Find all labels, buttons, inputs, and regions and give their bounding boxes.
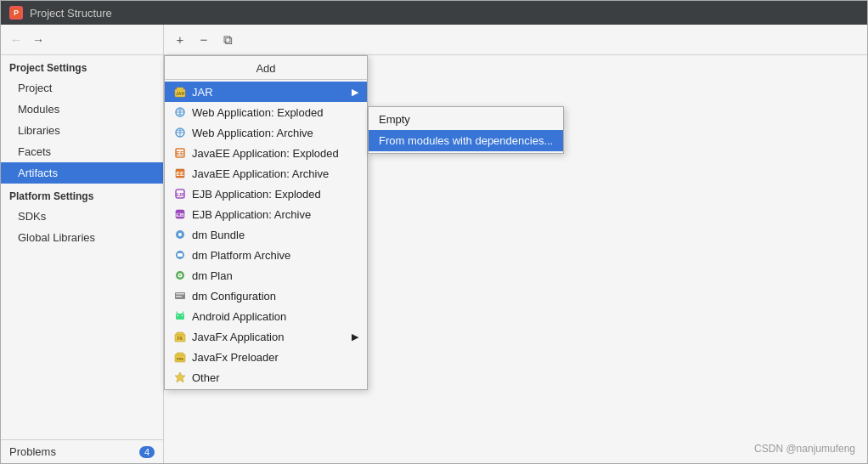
project-settings-header: Project Settings	[1, 55, 163, 77]
sidebar-item-artifacts[interactable]: Artifacts	[1, 162, 163, 184]
menu-item-web-exploded-label: Web Application: Exploded	[192, 106, 323, 119]
content-toolbar: + − ⧉	[164, 25, 867, 55]
javaee-archive-icon: EE	[173, 167, 187, 180]
svg-text:JAR: JAR	[176, 91, 184, 96]
dm-plan-icon	[173, 269, 187, 282]
menu-item-dm-config[interactable]: dm Configuration	[165, 286, 367, 306]
menu-item-javaee-exploded-label: JavaEE Application: Exploded	[192, 147, 339, 160]
remove-button[interactable]: −	[194, 31, 213, 49]
watermark: CSDN @nanjumufeng	[754, 443, 855, 455]
svg-point-31	[182, 315, 183, 317]
menu-item-ejb-exploded[interactable]: EJB EJB Application: Exploded	[165, 184, 367, 204]
nav-toolbar: ← →	[1, 25, 163, 55]
svg-rect-38	[177, 353, 183, 355]
add-dropdown-menu: Add JAR JAR ▶ Web Application: Exploded	[164, 55, 368, 390]
svg-text:EJB: EJB	[176, 212, 184, 218]
other-icon	[173, 371, 187, 384]
ejb-exploded-icon: EJB	[173, 187, 187, 201]
svg-rect-3	[177, 88, 183, 90]
svg-rect-28	[176, 296, 182, 297]
menu-item-android[interactable]: Android Application	[165, 306, 367, 326]
title-bar: P Project Structure	[1, 1, 867, 25]
svg-point-30	[178, 315, 179, 317]
menu-item-jar[interactable]: JAR JAR ▶	[165, 82, 367, 102]
menu-item-dm-bundle-label: dm Bundle	[192, 229, 245, 241]
problems-panel[interactable]: Problems 4	[1, 439, 163, 463]
javaee-exploded-icon: EE	[173, 146, 187, 160]
menu-item-dm-platform[interactable]: dm Platform Archive	[165, 245, 367, 265]
submenu-item-empty[interactable]: Empty	[369, 109, 563, 130]
project-structure-window: P Project Structure ← → Project Settings…	[0, 0, 868, 464]
submenu-item-from-modules[interactable]: From modules with dependencies...	[369, 130, 563, 151]
svg-rect-35	[177, 332, 183, 335]
menu-item-dm-platform-label: dm Platform Archive	[192, 249, 290, 262]
svg-text:EE: EE	[176, 171, 184, 177]
svg-text:PRE: PRE	[177, 357, 184, 361]
sidebar-item-project[interactable]: Project	[1, 77, 163, 99]
add-menu-header: Add	[165, 58, 367, 80]
svg-marker-40	[175, 372, 185, 382]
menu-item-jar-label: JAR	[192, 86, 213, 99]
problems-badge: 4	[139, 446, 155, 458]
jar-icon: JAR	[173, 85, 187, 99]
svg-rect-29	[176, 314, 184, 320]
dm-config-icon	[173, 289, 187, 303]
menu-item-javafx-label: JavaFx Application	[192, 331, 284, 343]
svg-rect-22	[178, 253, 183, 257]
menu-item-other-label: Other	[192, 371, 220, 384]
svg-point-20	[178, 233, 182, 236]
sidebar-item-global-libraries[interactable]: Global Libraries	[1, 227, 163, 248]
svg-text:FX: FX	[178, 337, 183, 341]
javafx-pre-icon: PRE	[173, 350, 187, 364]
menu-item-javafx-pre[interactable]: PRE JavaFx Preloader	[165, 347, 367, 367]
dm-platform-icon	[173, 248, 187, 262]
menu-item-dm-bundle[interactable]: dm Bundle	[165, 224, 367, 245]
platform-settings-header: Platform Settings	[1, 184, 163, 206]
menu-item-javaee-exploded[interactable]: EE JavaEE Application: Exploded	[165, 143, 367, 163]
submenu-from-modules-label: From modules with dependencies...	[379, 134, 553, 147]
back-button[interactable]: ←	[8, 31, 25, 48]
jar-submenu: Empty From modules with dependencies...	[368, 106, 564, 154]
menu-item-web-exploded[interactable]: Web Application: Exploded	[165, 102, 367, 122]
jar-submenu-arrow: ▶	[352, 87, 358, 98]
menu-item-dm-config-label: dm Configuration	[192, 290, 276, 303]
add-button[interactable]: +	[171, 31, 189, 49]
svg-text:P: P	[14, 8, 19, 17]
window-title: Project Structure	[30, 7, 112, 20]
javafx-icon: FX	[173, 330, 187, 343]
problems-label: Problems	[9, 445, 56, 458]
menu-item-ejb-archive-label: EJB Application: Archive	[192, 208, 311, 221]
menu-item-javafx[interactable]: FX JavaFx Application ▶	[165, 326, 367, 347]
content-area: + − ⧉ Add JAR JAR ▶	[164, 25, 867, 463]
svg-rect-27	[176, 293, 184, 295]
sidebar-item-modules[interactable]: Modules	[1, 99, 163, 120]
menu-item-other[interactable]: Other	[165, 367, 367, 388]
android-icon	[173, 309, 187, 323]
svg-text:EJB: EJB	[176, 192, 184, 197]
menu-item-javafx-pre-label: JavaFx Preloader	[192, 351, 279, 364]
menu-item-dm-plan[interactable]: dm Plan	[165, 265, 367, 286]
copy-button[interactable]: ⧉	[218, 31, 237, 49]
svg-point-25	[179, 274, 181, 276]
svg-line-33	[183, 312, 183, 314]
javafx-submenu-arrow: ▶	[352, 331, 358, 342]
menu-item-javaee-archive[interactable]: EE JavaEE Application: Archive	[165, 163, 367, 184]
menu-item-dm-plan-label: dm Plan	[192, 269, 233, 282]
svg-line-32	[177, 312, 178, 314]
web-archive-icon	[173, 126, 187, 139]
menu-item-web-archive-label: Web Application: Archive	[192, 127, 313, 139]
ejb-archive-icon: EJB	[173, 207, 187, 221]
main-content: ← → Project Settings Project Modules Lib…	[1, 25, 867, 463]
app-icon: P	[9, 6, 23, 20]
menu-item-web-archive[interactable]: Web Application: Archive	[165, 122, 367, 143]
menu-item-ejb-exploded-label: EJB Application: Exploded	[192, 188, 321, 201]
menu-item-ejb-archive[interactable]: EJB EJB Application: Archive	[165, 204, 367, 224]
sidebar-item-sdks[interactable]: SDKs	[1, 206, 163, 227]
web-exploded-icon	[173, 105, 187, 119]
svg-text:EE: EE	[176, 150, 184, 156]
dm-bundle-icon	[173, 228, 187, 241]
sidebar-item-facets[interactable]: Facets	[1, 141, 163, 162]
sidebar-item-libraries[interactable]: Libraries	[1, 120, 163, 141]
forward-button[interactable]: →	[30, 31, 47, 48]
menu-item-android-label: Android Application	[192, 310, 286, 323]
